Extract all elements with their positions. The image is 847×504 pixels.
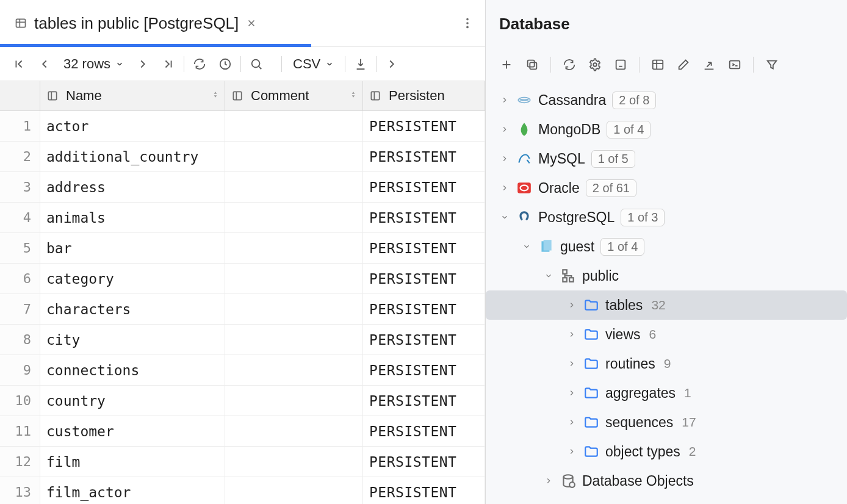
search-button[interactable]	[243, 52, 269, 76]
table-row[interactable]: 12filmPERSISTENT	[0, 447, 485, 477]
datasource-item[interactable]: Cassandra2 of 8	[486, 85, 847, 115]
last-page-button[interactable]	[156, 52, 181, 76]
chevron-right-icon[interactable]	[566, 389, 577, 397]
table-row[interactable]: 5barPERSISTENT	[0, 233, 485, 264]
jump-to-table-button[interactable]	[646, 52, 670, 77]
cell-name[interactable]: connections	[40, 355, 225, 385]
datasource-item[interactable]: PostgreSQL1 of 3	[486, 203, 847, 232]
row-count-dropdown[interactable]: 32 rows	[57, 56, 130, 72]
table-row[interactable]: 4animalsPERSISTENT	[0, 203, 485, 233]
new-datasource-button[interactable]	[494, 52, 519, 77]
chevron-right-icon[interactable]	[566, 359, 577, 368]
cell-persistence[interactable]: PERSISTENT	[363, 386, 485, 416]
export-format-dropdown[interactable]: CSV	[284, 56, 342, 72]
table-row[interactable]: 6categoryPERSISTENT	[0, 264, 485, 294]
query-console-button[interactable]	[723, 52, 747, 77]
cell-comment[interactable]	[225, 294, 363, 324]
cell-name[interactable]: customer	[40, 416, 225, 446]
cell-name[interactable]: city	[40, 325, 225, 355]
cell-comment[interactable]	[225, 203, 363, 232]
cell-comment[interactable]	[225, 355, 363, 385]
chevron-right-icon[interactable]	[499, 125, 510, 134]
cell-comment[interactable]	[225, 142, 363, 171]
schema-folder-item[interactable]: views6	[486, 320, 847, 349]
column-header-comment[interactable]: Comment	[225, 81, 363, 111]
reload-button[interactable]	[187, 52, 212, 76]
cell-persistence[interactable]: PERSISTENT	[363, 355, 485, 385]
table-row[interactable]: 3addressPERSISTENT	[0, 172, 485, 203]
chevron-right-icon[interactable]	[499, 96, 510, 104]
cell-name[interactable]: address	[40, 172, 225, 202]
cell-name[interactable]: characters	[40, 294, 225, 324]
close-tab-button[interactable]	[246, 18, 257, 29]
cell-persistence[interactable]: PERSISTENT	[363, 416, 485, 446]
toolbar-overflow-button[interactable]	[379, 52, 405, 76]
cell-comment[interactable]	[225, 111, 363, 141]
cell-persistence[interactable]: PERSISTENT	[363, 294, 485, 324]
chevron-down-icon[interactable]	[543, 272, 554, 280]
cell-comment[interactable]	[225, 233, 363, 263]
cell-comment[interactable]	[225, 386, 363, 416]
navigate-button[interactable]	[697, 52, 721, 77]
chevron-down-icon[interactable]	[499, 213, 510, 221]
chevron-right-icon[interactable]	[499, 184, 510, 192]
chevron-right-icon[interactable]	[566, 330, 577, 339]
cell-name[interactable]: actor	[40, 111, 225, 141]
schema-folder-item[interactable]: routines9	[486, 349, 847, 378]
cell-name[interactable]: animals	[40, 203, 225, 232]
chevron-right-icon[interactable]	[566, 447, 577, 456]
edit-button[interactable]	[671, 52, 696, 77]
cell-persistence[interactable]: PERSISTENT	[363, 447, 485, 477]
cell-comment[interactable]	[225, 325, 363, 355]
cell-persistence[interactable]: PERSISTENT	[363, 477, 485, 504]
active-tab[interactable]: tables in public [PostgreSQL]	[0, 0, 272, 46]
prev-page-button[interactable]	[32, 52, 57, 76]
cell-persistence[interactable]: PERSISTENT	[363, 264, 485, 293]
table-row[interactable]: 13film_actorPERSISTENT	[0, 477, 485, 504]
chevron-right-icon[interactable]	[499, 154, 510, 163]
first-page-button[interactable]	[6, 52, 32, 76]
cell-comment[interactable]	[225, 416, 363, 446]
cell-name[interactable]: bar	[40, 233, 225, 263]
datasource-item[interactable]: Oracle2 of 61	[486, 173, 847, 203]
cell-persistence[interactable]: PERSISTENT	[363, 142, 485, 171]
chevron-right-icon[interactable]	[543, 477, 554, 485]
cell-name[interactable]: country	[40, 386, 225, 416]
cell-persistence[interactable]: PERSISTENT	[363, 233, 485, 263]
schema-folder-item[interactable]: tables32	[486, 290, 847, 320]
cell-comment[interactable]	[225, 477, 363, 504]
history-button[interactable]	[212, 52, 238, 76]
column-header-name[interactable]: Name	[40, 81, 225, 111]
table-row[interactable]: 11customerPERSISTENT	[0, 416, 485, 447]
download-button[interactable]	[348, 52, 373, 76]
cell-comment[interactable]	[225, 264, 363, 293]
column-header-persistence[interactable]: Persisten	[363, 81, 485, 111]
cell-name[interactable]: film_actor	[40, 477, 225, 504]
duplicate-button[interactable]	[520, 52, 544, 77]
chevron-down-icon[interactable]	[521, 242, 532, 251]
table-row[interactable]: 2additional_countryPERSISTENT	[0, 142, 485, 172]
properties-button[interactable]	[583, 52, 607, 77]
refresh-button[interactable]	[557, 52, 582, 77]
table-row[interactable]: 9connectionsPERSISTENT	[0, 355, 485, 386]
next-page-button[interactable]	[130, 52, 156, 76]
chevron-right-icon[interactable]	[566, 418, 577, 427]
database-item[interactable]: guest1 of 4	[486, 232, 847, 261]
datasource-item[interactable]: MySQL1 of 5	[486, 144, 847, 173]
tab-more-button[interactable]	[461, 16, 474, 30]
table-row[interactable]: 10countryPERSISTENT	[0, 386, 485, 416]
cell-persistence[interactable]: PERSISTENT	[363, 203, 485, 232]
cell-persistence[interactable]: PERSISTENT	[363, 111, 485, 141]
schema-folder-item[interactable]: object types2	[486, 437, 847, 466]
cell-persistence[interactable]: PERSISTENT	[363, 172, 485, 202]
cell-persistence[interactable]: PERSISTENT	[363, 325, 485, 355]
cell-comment[interactable]	[225, 447, 363, 477]
database-objects-item[interactable]: Database Objects	[486, 466, 847, 495]
disconnect-button[interactable]	[608, 52, 633, 77]
cell-comment[interactable]	[225, 172, 363, 202]
schema-item[interactable]: public	[486, 261, 847, 290]
cell-name[interactable]: film	[40, 447, 225, 477]
table-row[interactable]: 1actorPERSISTENT	[0, 111, 485, 142]
filter-button[interactable]	[760, 52, 784, 77]
schema-folder-item[interactable]: aggregates1	[486, 378, 847, 408]
